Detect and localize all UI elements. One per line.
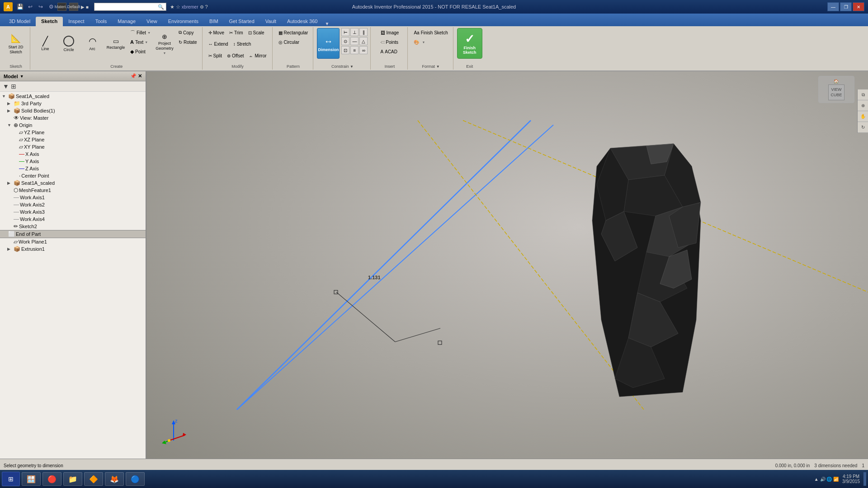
qa-undo[interactable]: ↩ bbox=[26, 2, 35, 11]
tree-item-work-axis2[interactable]: — Work Axis2 bbox=[0, 201, 146, 208]
viewport[interactable]: 1.131 Z ⧉ ⊕ ✋ ↻ bbox=[146, 71, 868, 459]
constraint-btn-9[interactable]: ∞ bbox=[359, 46, 368, 54]
search-box[interactable]: 🔍 bbox=[94, 3, 166, 11]
taskbar-item-app2[interactable]: 🔶 bbox=[84, 472, 103, 486]
show-format-button[interactable]: Aa Finish Sketch bbox=[411, 28, 450, 37]
expand-seat1a-scaled[interactable]: ▶ bbox=[7, 181, 13, 185]
tree-item-end-of-part[interactable]: ⬜ End of Part bbox=[0, 230, 146, 238]
tab-tools[interactable]: Tools bbox=[90, 17, 113, 26]
taskbar-item-app1[interactable]: 🔴 bbox=[42, 472, 61, 486]
tab-sketch[interactable]: Sketch bbox=[36, 17, 63, 26]
tree-item-xy-plane[interactable]: ▱ XY Plane bbox=[0, 143, 146, 150]
view-cube[interactable]: 🏠 VIEWCUBE bbox=[818, 76, 854, 103]
expand-origin[interactable]: ▼ bbox=[7, 123, 13, 127]
scale-button[interactable]: ⊡ Scale bbox=[246, 28, 267, 37]
tree-item-solid-bodies[interactable]: ▶ 📦 Solid Bodies(1) bbox=[0, 107, 146, 114]
constraint-btn-7[interactable]: ⊡ bbox=[341, 46, 349, 54]
constraint-btn-4[interactable]: ⊙ bbox=[341, 37, 349, 45]
filter-button[interactable]: ▼ bbox=[3, 83, 9, 90]
expand-solid-bodies[interactable]: ▶ bbox=[7, 108, 13, 113]
expand-3rd-party[interactable]: ▶ bbox=[7, 101, 13, 106]
tree-item-z-axis[interactable]: — Z Axis bbox=[0, 165, 146, 172]
rectangular-button[interactable]: ▦ Rectangular bbox=[276, 28, 311, 37]
model-panel-dropdown-icon[interactable]: ▼ bbox=[20, 74, 24, 79]
finish-sketch-button[interactable]: ✓ FinishSketch bbox=[457, 28, 482, 59]
mirror-button[interactable]: ⫠ Mirror bbox=[246, 51, 269, 60]
project-geometry-button[interactable]: ⊕ ProjectGeometry ▼ bbox=[154, 28, 175, 59]
tree-item-view-master[interactable]: 👁 View: Master bbox=[0, 114, 146, 122]
tree-item-center-point[interactable]: · Center Point bbox=[0, 172, 146, 179]
constraint-btn-5[interactable]: — bbox=[350, 37, 359, 45]
tree-item-3rd-party[interactable]: ▶ 📁 3rd Party bbox=[0, 100, 146, 107]
rotate-button[interactable]: ↻ Rotate bbox=[176, 38, 199, 47]
extend-button[interactable]: ↔ Extend bbox=[206, 40, 231, 49]
format-button[interactable]: 🎨 ▼ bbox=[411, 38, 427, 47]
constraint-btn-2[interactable]: ⊥ bbox=[350, 28, 359, 36]
tree-item-work-axis4[interactable]: — Work Axis4 bbox=[0, 216, 146, 223]
qa-redo[interactable]: ↪ bbox=[36, 2, 45, 11]
taskbar-item-explorer[interactable]: 📁 bbox=[63, 472, 82, 486]
points-button[interactable]: ·∷ Points bbox=[378, 38, 401, 47]
trim-button[interactable]: ✂ Trim bbox=[227, 28, 245, 37]
minimize-button[interactable]: — bbox=[827, 2, 839, 11]
constraint-btn-3[interactable]: ∥ bbox=[359, 28, 368, 36]
circular-pattern-button[interactable]: ◎ Circular bbox=[276, 38, 302, 47]
constraint-btn-6[interactable]: △ bbox=[359, 37, 368, 45]
offset-button[interactable]: ⊚ Offset bbox=[225, 51, 246, 60]
constraint-btn-8[interactable]: ≡ bbox=[350, 46, 359, 54]
model-panel-close[interactable]: ✕ bbox=[138, 73, 142, 79]
close-button[interactable]: ✕ bbox=[853, 2, 864, 11]
tab-manage[interactable]: Manage bbox=[112, 17, 141, 26]
copy-button[interactable]: ⧉ Copy bbox=[176, 28, 199, 37]
search-input[interactable] bbox=[96, 5, 158, 9]
circle-button[interactable]: Circle bbox=[57, 28, 80, 59]
expand-seat1a[interactable]: ▼ bbox=[2, 94, 7, 99]
expand-extrusion1[interactable]: ▶ bbox=[7, 247, 13, 251]
view-toggle-button[interactable]: ⊞ bbox=[11, 83, 16, 90]
fillet-button[interactable]: ⌒ Fillet ▼ bbox=[128, 28, 153, 37]
tree-item-yz-plane[interactable]: ▱ YZ Plane bbox=[0, 129, 146, 136]
qa-save[interactable]: 💾 bbox=[15, 2, 24, 11]
rectangle-button[interactable]: ▭ Rectangle bbox=[104, 28, 127, 59]
tab-inspect[interactable]: Inspect bbox=[63, 17, 90, 26]
pan-btn[interactable]: ✋ bbox=[858, 111, 868, 122]
tree-item-mesh-feature1[interactable]: ⬡ MeshFeature1 bbox=[0, 187, 146, 194]
tab-autodesk360[interactable]: Autodesk 360 bbox=[282, 17, 323, 26]
tab-vault[interactable]: Vault bbox=[260, 17, 282, 26]
tree-item-xz-plane[interactable]: ▱ XZ Plane bbox=[0, 136, 146, 143]
move-button[interactable]: ✛ Move bbox=[206, 28, 226, 37]
tab-environments[interactable]: Environments bbox=[163, 17, 204, 26]
tree-item-work-plane1[interactable]: ▱ Work Plane1 bbox=[0, 238, 146, 245]
tree-item-work-axis3[interactable]: — Work Axis3 bbox=[0, 208, 146, 216]
rotate-view-btn[interactable]: ↻ bbox=[858, 122, 868, 133]
tab-bim[interactable]: BIM bbox=[204, 17, 224, 26]
constraint-btn-1[interactable]: ⊢ bbox=[341, 28, 349, 36]
tab-3d-model[interactable]: 3D Model bbox=[4, 17, 36, 26]
start-button[interactable]: ⊞ bbox=[2, 472, 20, 486]
tree-item-sketch2[interactable]: ✏ Sketch2 bbox=[0, 223, 146, 230]
image-button[interactable]: 🖼 Image bbox=[378, 28, 401, 37]
taskbar-item-windows[interactable]: 🪟 bbox=[22, 472, 41, 486]
point-button[interactable]: ◆ Point bbox=[128, 47, 153, 56]
model-panel-unpin[interactable]: 📌 bbox=[130, 73, 137, 79]
dimension-button[interactable]: ↔ Dimension bbox=[317, 28, 340, 59]
line-button[interactable]: ╱ Line bbox=[34, 28, 57, 59]
acad-button[interactable]: A ACAD bbox=[378, 47, 400, 56]
tree-item-seat1a-scaled[interactable]: ▶ 📦 Seat1A_scaled bbox=[0, 179, 146, 187]
tree-item-seat1a-root[interactable]: ▼ 📦 Seat1A_scaled bbox=[0, 93, 146, 100]
tree-item-y-axis[interactable]: — Y Axis bbox=[0, 158, 146, 165]
split-button[interactable]: ✂ Split bbox=[206, 51, 224, 60]
start-2d-sketch-button[interactable]: 📐 Start 2D Sketch bbox=[5, 28, 27, 59]
show-desktop-btn[interactable] bbox=[863, 472, 866, 486]
taskbar-item-firefox[interactable]: 🦊 bbox=[105, 472, 124, 486]
view-cube-btn[interactable]: ⧉ bbox=[858, 89, 868, 100]
taskbar-item-app3[interactable]: 🔵 bbox=[126, 472, 145, 486]
tree-item-x-axis[interactable]: — X Axis bbox=[0, 150, 146, 158]
text-button[interactable]: A Text ▼ bbox=[128, 38, 153, 47]
tree-item-origin[interactable]: ▼ ⊕ Origin bbox=[0, 122, 146, 129]
tree-item-extrusion1[interactable]: ▶ 📦 Extrusion1 bbox=[0, 245, 146, 253]
zoom-btn[interactable]: ⊕ bbox=[858, 100, 868, 111]
stretch-button[interactable]: ↕ Stretch bbox=[231, 40, 254, 49]
restore-button[interactable]: ❐ bbox=[840, 2, 852, 11]
tab-view[interactable]: View bbox=[141, 17, 163, 26]
